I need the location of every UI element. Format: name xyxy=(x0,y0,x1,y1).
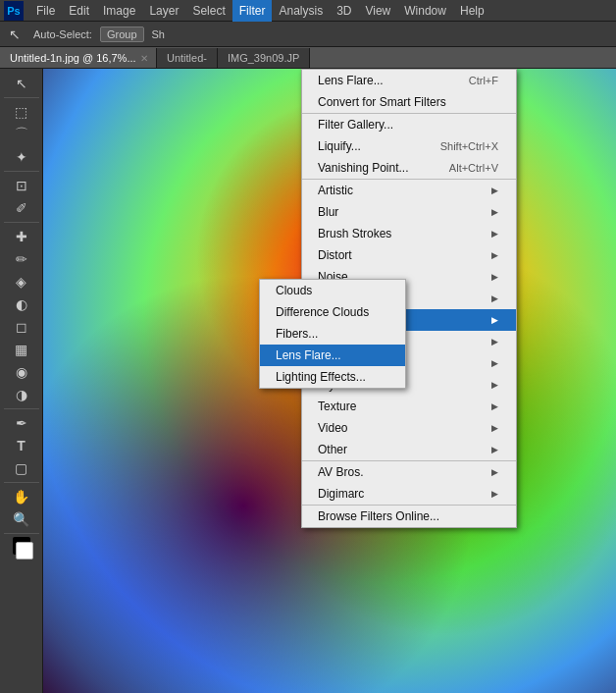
menu-video[interactable]: Video xyxy=(302,417,516,439)
submenu-lens-flare[interactable]: Lens Flare... xyxy=(260,345,405,366)
submenu-lighting-effects[interactable]: Lighting Effects... xyxy=(260,366,405,388)
menu-filter[interactable]: Filter xyxy=(232,0,273,22)
tab-close-1[interactable]: ✕ xyxy=(140,53,148,64)
background-color[interactable] xyxy=(16,542,33,560)
left-toolbar: ↖ ⬚ ⌒ ✦ ⊡ ✐ ✚ ✏ ◈ ◐ ◻ ▦ ◉ ◑ ✒ T ▢ ✋ 🔍 xyxy=(0,69,43,693)
menu-filter-gallery[interactable]: Filter Gallery... xyxy=(302,114,516,135)
menu-liquify[interactable]: Liquify... Shift+Ctrl+X xyxy=(302,135,516,157)
move-tool-icon[interactable]: ↖ xyxy=(4,24,26,45)
gradient-tool[interactable]: ▦ xyxy=(11,339,32,360)
clone-tool[interactable]: ◈ xyxy=(11,271,32,293)
path-tool[interactable]: ✒ xyxy=(11,412,32,434)
menu-digimarc[interactable]: Digimarc xyxy=(302,483,516,505)
lasso-tool[interactable]: ⌒ xyxy=(11,124,32,145)
menu-brush-strokes[interactable]: Brush Strokes xyxy=(302,223,516,244)
brush-tool[interactable]: ✏ xyxy=(11,248,32,270)
menu-edit[interactable]: Edit xyxy=(62,0,96,22)
wand-tool[interactable]: ✦ xyxy=(11,146,32,168)
menu-select[interactable]: Select xyxy=(185,0,231,22)
marquee-tool[interactable]: ⬚ xyxy=(11,101,32,123)
menu-image[interactable]: Image xyxy=(96,0,142,22)
hand-tool[interactable]: ✋ xyxy=(11,486,32,507)
toolbar-separator-2 xyxy=(4,171,39,172)
menu-av-bros[interactable]: AV Bros. xyxy=(302,461,516,483)
zoom-tool[interactable]: 🔍 xyxy=(11,508,32,530)
history-tool[interactable]: ◐ xyxy=(11,293,32,315)
move-tool[interactable]: ↖ xyxy=(11,73,32,94)
canvas-area: Lens Flare... Ctrl+F Convert for Smart F… xyxy=(43,69,616,693)
menu-artistic[interactable]: Artistic xyxy=(302,180,516,201)
toolbar-separator-4 xyxy=(4,408,39,409)
document-tabs: Untitled-1n.jpg @ 16,7%... ✕ Untitled- I… xyxy=(0,47,616,69)
healing-tool[interactable]: ✚ xyxy=(11,226,32,247)
menu-3d[interactable]: 3D xyxy=(330,0,358,22)
toolbar-separator-6 xyxy=(4,533,39,534)
menu-other[interactable]: Other xyxy=(302,439,516,460)
menu-texture[interactable]: Texture xyxy=(302,396,516,417)
submenu-difference-clouds[interactable]: Difference Clouds xyxy=(260,301,405,323)
menu-distort[interactable]: Distort xyxy=(302,244,516,266)
menu-layer[interactable]: Layer xyxy=(142,0,185,22)
group-dropdown[interactable]: Group xyxy=(100,27,144,42)
render-submenu: Clouds Difference Clouds Fibers... Lens … xyxy=(259,279,406,389)
eyedropper-tool[interactable]: ✐ xyxy=(11,197,32,219)
blur-tool[interactable]: ◉ xyxy=(11,361,32,383)
options-bar: ↖ Auto-Select: Group Sh xyxy=(0,22,616,47)
show-transform-label: Sh xyxy=(148,27,169,42)
type-tool[interactable]: T xyxy=(11,435,32,456)
tab-untitled-2[interactable]: Untitled- xyxy=(157,48,218,68)
submenu-clouds[interactable]: Clouds xyxy=(260,280,405,301)
submenu-fibers[interactable]: Fibers... xyxy=(260,323,405,345)
menu-bar: Ps File Edit Image Layer Select Filter A… xyxy=(0,0,616,22)
main-content: ↖ ⬚ ⌒ ✦ ⊡ ✐ ✚ ✏ ◈ ◐ ◻ ▦ ◉ ◑ ✒ T ▢ ✋ 🔍 Le xyxy=(0,69,616,693)
menu-lens-flare-top[interactable]: Lens Flare... Ctrl+F xyxy=(302,70,516,91)
menu-browse-filters[interactable]: Browse Filters Online... xyxy=(302,506,516,527)
menu-help[interactable]: Help xyxy=(453,0,491,22)
toolbar-separator-3 xyxy=(4,222,39,223)
app-logo: Ps xyxy=(4,1,24,21)
eraser-tool[interactable]: ◻ xyxy=(11,316,32,338)
crop-tool[interactable]: ⊡ xyxy=(11,175,32,196)
menu-file[interactable]: File xyxy=(29,0,62,22)
menu-blur[interactable]: Blur xyxy=(302,201,516,223)
menu-view[interactable]: View xyxy=(358,0,397,22)
menu-window[interactable]: Window xyxy=(397,0,453,22)
menu-vanishing-point[interactable]: Vanishing Point... Alt+Ctrl+V xyxy=(302,157,516,179)
toolbar-separator-1 xyxy=(4,97,39,98)
shape-tool[interactable]: ▢ xyxy=(11,457,32,479)
toolbar-separator-5 xyxy=(4,482,39,483)
dodge-tool[interactable]: ◑ xyxy=(11,384,32,405)
tab-untitled-1[interactable]: Untitled-1n.jpg @ 16,7%... ✕ xyxy=(0,48,157,68)
menu-analysis[interactable]: Analysis xyxy=(272,0,330,22)
menu-convert-smart[interactable]: Convert for Smart Filters xyxy=(302,91,516,113)
tab-img[interactable]: IMG_39n09.JP xyxy=(218,48,310,68)
auto-select-label: Auto-Select: xyxy=(29,27,96,42)
